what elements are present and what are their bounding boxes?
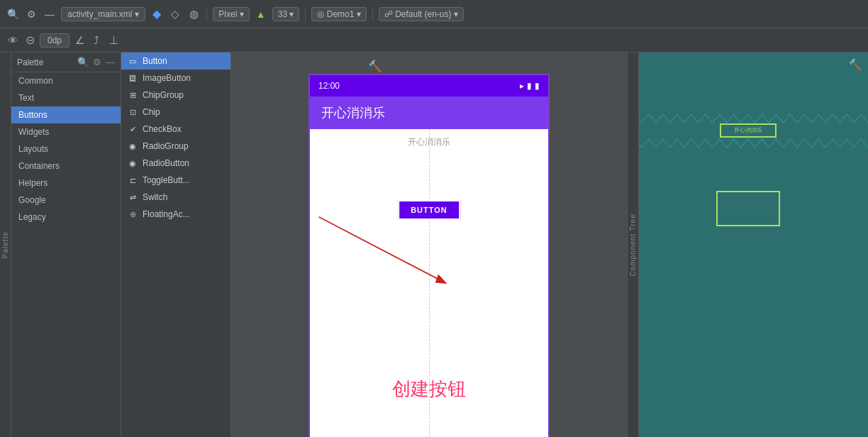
item-floatingaction-label: FloatingAc... [143,209,190,219]
radiogroup-icon: ◉ [127,140,138,152]
item-chipgroup[interactable]: ⊞ ChipGroup [121,87,230,104]
item-radiobutton[interactable]: ◉ RadioButton [121,155,230,172]
item-togglebutton-label: ToggleButt... [143,175,190,185]
design-canvas[interactable]: 🔨 12:00 ▸ ▮ ▮ 开心消消乐 开心消消乐 BUTTON 创建按钮 [231,52,627,437]
main-toolbar: 🔍 ⚙ — activity_main.xml ▾ ◆ ◇ ◍ Pixel ▾ … [0,0,868,28]
api-selector[interactable]: 33 ▾ [272,7,300,21]
flag-icon[interactable]: ▲ [254,7,268,21]
dash-icon[interactable]: — [43,7,57,21]
separator2 [305,7,306,21]
palette-sidebar: Palette 🔍 ⚙ — Common Text Buttons Widget… [11,52,121,437]
palette-gear-icon[interactable]: ⚙ [93,57,101,67]
file-name: activity_main.xml [67,9,132,19]
phone-button[interactable]: BUTTON [398,200,460,220]
pixel-chevron: ▾ [240,9,244,19]
sidebar-item-widgets[interactable]: Widgets [11,123,121,140]
locale-selector[interactable]: ☍ Default (en-us) ▾ [379,7,464,21]
phone-content: 开心消消乐 BUTTON 创建按钮 [310,129,548,437]
imagebutton-icon: 🖼 [127,72,138,84]
item-switch[interactable]: ⇌ Switch [121,189,230,206]
floatingaction-icon: ⊕ [127,209,138,220]
item-chip[interactable]: ⊡ Chip [121,104,230,121]
main-area: Palette Palette 🔍 ⚙ — Common Text Button… [0,52,868,437]
chipgroup-icon: ⊞ [127,89,138,101]
right-button-rect [716,191,780,226]
gear-icon[interactable]: ⚙ [24,7,38,21]
togglebutton-icon: ⊏ [127,175,138,186]
phone-time: 12:00 [318,81,340,91]
sidebar-item-common[interactable]: Common [11,72,121,89]
palette-header: Palette 🔍 ⚙ — [11,52,121,72]
api-label: 33 [278,9,287,19]
locale-label: Default (en-us) [395,9,451,19]
eye-icon[interactable]: 👁 [6,33,20,48]
separator1 [206,7,207,21]
sidebar-item-google[interactable]: Google [11,192,121,209]
item-floatingaction[interactable]: ⊕ FloatingAc... [121,206,230,223]
phone-status-bar: 12:00 ▸ ▮ ▮ [310,75,548,96]
file-chevron: ▾ [135,9,139,19]
item-radiobutton-label: RadioButton [143,158,189,168]
palette-search-icon[interactable]: 🔍 [77,57,89,67]
sidebar-item-helpers[interactable]: Helpers [11,175,121,192]
file-selector[interactable]: activity_main.xml ▾ [61,7,145,21]
switch-icon: ⇌ [127,192,138,203]
phone-big-label: 创建按钮 [392,377,466,402]
item-button-label: Button [143,56,167,66]
right-preview-panel: 🔨 开心消消乐 Component Tree [627,52,868,437]
path-icon[interactable]: ∠ [72,33,87,48]
item-togglebutton[interactable]: ⊏ ToggleButt... [121,172,230,189]
palette-tab-label: Palette [1,231,9,258]
canvas-wrench-icon[interactable]: 🔨 [368,60,382,73]
cursor-icon[interactable]: ⤴ [89,33,104,48]
items-panel: ▭ Button 🖼 ImageButton ⊞ ChipGroup ⊡ Chi… [121,52,231,437]
globe-icon: ☍ [384,9,395,19]
item-imagebutton-label: ImageButton [143,73,191,83]
sidebar-item-buttons[interactable]: Buttons [11,106,121,123]
item-chipgroup-label: ChipGroup [143,90,184,100]
chip-icon: ⊡ [127,106,138,118]
sidebar-item-legacy[interactable]: Legacy [11,209,121,226]
right-label-box: 开心消消乐 [720,123,777,138]
sidebar-item-containers[interactable]: Containers [11,157,121,175]
right-wrench-icon[interactable]: 🔨 [848,58,862,72]
item-button[interactable]: ▭ Button [121,52,230,70]
right-label-text: 开心消消乐 [721,125,775,135]
phone-status-icons: ▸ ▮ ▮ [520,81,540,91]
button-icon: ▭ [127,55,138,67]
align-icon[interactable]: ⊥ [106,33,121,48]
pixel-selector[interactable]: Pixel ▾ [213,7,249,21]
palette-dash-icon[interactable]: — [106,57,115,67]
zigzag-bottom [628,138,868,149]
palette-tab[interactable]: Palette [0,52,11,437]
separator3 [372,7,373,21]
item-radiogroup[interactable]: ◉ RadioGroup [121,138,230,155]
zigzag-top [628,113,868,124]
blueprint-icon[interactable]: ◇ [168,7,182,21]
item-imagebutton[interactable]: 🖼 ImageButton [121,70,230,87]
item-radiogroup-label: RadioGroup [143,141,189,151]
magnet-icon[interactable]: ⊝ [23,33,37,48]
item-switch-label: Switch [143,192,167,202]
item-checkbox-label: CheckBox [143,124,182,134]
design-icon[interactable]: ◆ [150,7,164,21]
phone-app-title: 开心消消乐 [321,104,385,121]
checkbox-icon: ✔ [127,123,138,135]
dp-value[interactable]: 0dp [40,33,69,48]
pixel-label: Pixel [218,9,237,19]
sidebar-item-layouts[interactable]: Layouts [11,140,121,157]
wifi-icon: ▸ [520,81,524,91]
battery-icon: ▮ [535,81,540,91]
sidebar-item-text[interactable]: Text [11,89,121,106]
demo-selector[interactable]: ◎ Demo1 ▾ [311,7,366,21]
signal-icon: ▮ [527,81,532,91]
item-chip-label: Chip [143,107,160,117]
secondary-toolbar: 👁 ⊝ 0dp ∠ ⤴ ⊥ [0,28,868,52]
component-tree-tab[interactable]: Component Tree [628,52,639,437]
target-icon: ◎ [317,9,326,19]
item-checkbox[interactable]: ✔ CheckBox [121,121,230,138]
demo-label: Demo1 [327,9,355,19]
palette-title: Palette [17,57,43,67]
render-icon[interactable]: ◍ [187,7,201,21]
search-icon[interactable]: 🔍 [6,7,20,21]
